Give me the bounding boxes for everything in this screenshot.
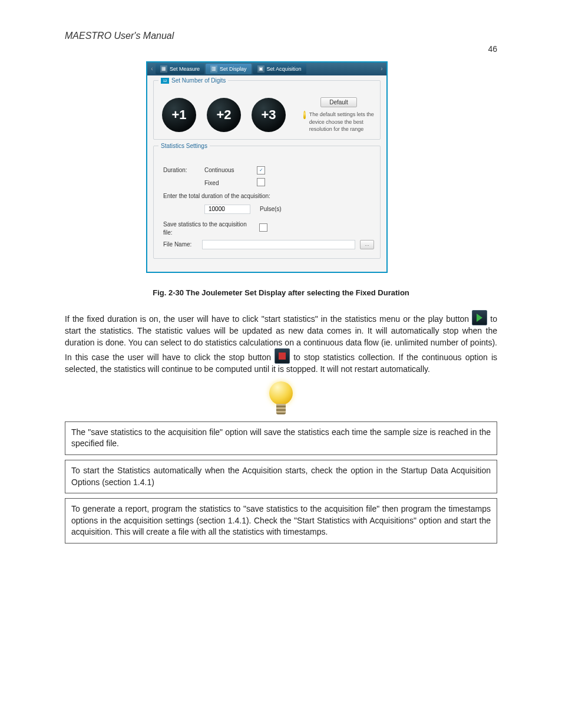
page-number: 46	[65, 44, 497, 55]
settings-panel-screenshot: ‹ ▦ Set Measure ▥ Set Display ▣ Set Acqu…	[146, 61, 388, 273]
duration-input[interactable]	[204, 205, 250, 214]
browse-button[interactable]: …	[360, 240, 374, 249]
ribbon-scroll-right-icon: ›	[378, 65, 385, 73]
filename-input[interactable]	[202, 240, 355, 249]
tip-box-2: To start the Statistics automatically wh…	[65, 460, 497, 493]
tab-label: Set Acquisition	[267, 65, 302, 73]
group-title: 12 Set Number of Digits	[158, 77, 228, 85]
duration-label: Duration:	[160, 166, 204, 174]
digits-plus-1-button[interactable]: +1	[162, 98, 196, 132]
continuous-checkbox[interactable]: ✓	[257, 166, 265, 174]
tab-label: Set Display	[220, 65, 247, 73]
bulb-icon	[303, 111, 306, 119]
filename-label: File Name:	[160, 241, 202, 249]
digits-title-icon: 12	[161, 78, 169, 84]
duration-unit: Pulse(s)	[260, 205, 295, 213]
digits-plus-2-button[interactable]: +2	[207, 98, 241, 132]
default-button[interactable]: Default	[320, 97, 357, 107]
measure-icon: ▦	[160, 65, 167, 73]
digits-plus-3-button[interactable]: +3	[252, 98, 286, 132]
fixed-checkbox[interactable]	[257, 178, 265, 186]
figure-caption: Fig. 2-30 The Joulemeter Set Display aft…	[65, 288, 497, 298]
tab-label: Set Measure	[170, 65, 200, 73]
tab-set-acquisition[interactable]: ▣ Set Acquisition	[253, 64, 306, 74]
save-stats-checkbox[interactable]	[259, 223, 267, 232]
enter-total-label: Enter the total duration of the acquisit…	[160, 192, 270, 200]
display-icon: ▥	[210, 65, 217, 73]
ribbon-scroll-left-icon: ‹	[148, 65, 156, 73]
default-hint: The default settings lets the device cho…	[303, 111, 374, 133]
stop-icon	[275, 348, 290, 364]
tip-box-3: To generate a report, program the statis…	[65, 498, 497, 543]
tab-set-measure[interactable]: ▦ Set Measure	[156, 64, 204, 74]
document-title: MAESTRO User's Manual	[65, 29, 497, 42]
save-stats-label: Save statistics to the acquisition file:	[160, 220, 256, 237]
fixed-label: Fixed	[204, 179, 254, 187]
tip-bulb-icon	[267, 381, 295, 417]
group-statistics-settings: Statistics Settings Duration: Continuous…	[153, 146, 381, 259]
group-title: Statistics Settings	[158, 142, 210, 150]
group-number-of-digits: 12 Set Number of Digits +1 +2 +3 Default…	[153, 80, 381, 140]
acquisition-icon: ▣	[257, 65, 265, 73]
tab-set-display[interactable]: ▥ Set Display	[206, 64, 252, 74]
ribbon-bar: ‹ ▦ Set Measure ▥ Set Display ▣ Set Acqu…	[147, 62, 386, 75]
continuous-label: Continuous	[204, 166, 254, 174]
body-paragraph-1: If the fixed duration is on, the user wi…	[65, 310, 497, 375]
play-icon	[472, 310, 487, 325]
tip-box-1: The "save statistics to the acquisition …	[65, 421, 497, 455]
